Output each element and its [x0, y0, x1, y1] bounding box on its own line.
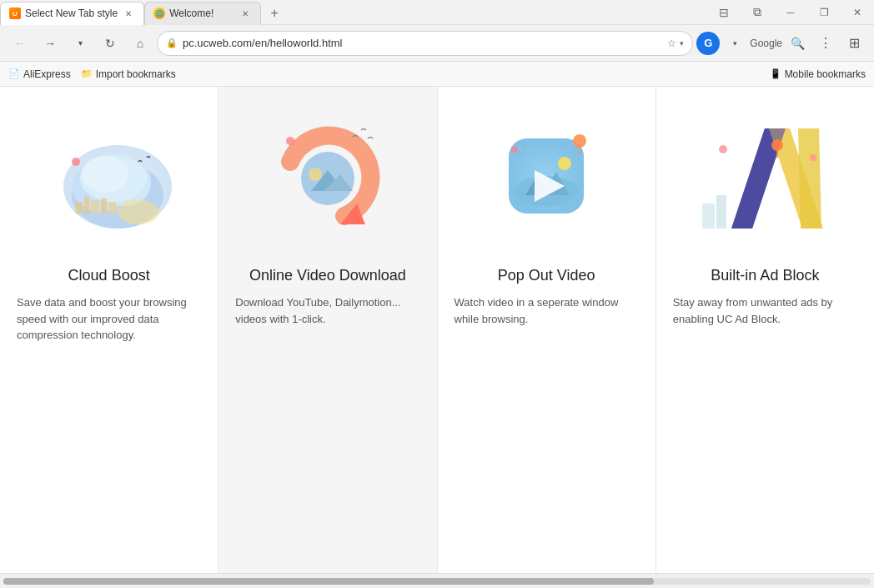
toolbar-right: G ▾ Google 🔍 ⋮ ⊞ [696, 30, 867, 57]
search-engine-selector[interactable]: Google [750, 38, 782, 49]
tab-strip: U Select New Tab style ✕ 🌐 Welcome! ✕ + [0, 0, 286, 25]
bookmarks-bar: 📄 AliExpress 📁 Import bookmarks 📱 Mobile… [0, 62, 874, 87]
pop-out-video-illustration [480, 112, 613, 245]
home-button[interactable]: ⌂ [127, 30, 153, 57]
scrollbar-track[interactable] [3, 578, 871, 585]
extensions-button[interactable]: ⧉ [741, 0, 774, 25]
bookmark-aliexpress[interactable]: 📄 AliExpress [8, 68, 71, 80]
bookmark-import[interactable]: 📁 Import bookmarks [81, 68, 176, 80]
svg-marker-31 [798, 128, 821, 229]
svg-rect-37 [702, 204, 715, 229]
sidebar-toggle-button[interactable]: ⊟ [707, 0, 741, 25]
svg-point-18 [286, 137, 294, 145]
address-text: pc.ucweb.com/en/helloworld.html [183, 37, 662, 49]
star-button[interactable]: ☆ [667, 38, 676, 49]
restore-button[interactable]: ❐ [807, 0, 841, 25]
import-icon: 📁 [81, 68, 93, 79]
profile-button[interactable]: G [696, 32, 720, 55]
main-content: Cloud Boost Save data and boost your bro… [0, 87, 874, 573]
cloud-boost-icon-area [34, 103, 184, 254]
svg-point-36 [810, 154, 816, 161]
more-button[interactable]: ⋮ [812, 30, 839, 57]
svg-point-17 [309, 168, 322, 181]
profile-letter: G [704, 37, 712, 49]
forward-button[interactable]: → [37, 30, 63, 57]
svg-point-33 [771, 139, 783, 151]
svg-point-5 [82, 156, 128, 193]
pop-out-video-icon-area [471, 103, 621, 254]
search-engine-label: Google [750, 38, 782, 49]
address-icons: ☆ ▾ [667, 38, 684, 49]
feature-ad-block: Built-in Ad Block Stay away from unwante… [656, 87, 874, 573]
address-bar[interactable]: 🔒 pc.ucweb.com/en/helloworld.html ☆ ▾ [157, 31, 693, 56]
svg-rect-38 [716, 195, 726, 229]
uc-icon: U [9, 8, 21, 19]
svg-point-26 [573, 134, 586, 148]
svg-rect-8 [91, 200, 99, 214]
mobile-bookmarks-label: Mobile bookmarks [785, 68, 866, 80]
feature-cloud-boost: Cloud Boost Save data and boost your bro… [0, 87, 218, 573]
svg-point-28 [511, 146, 518, 153]
mobile-bookmarks-icon: 📱 [770, 68, 781, 79]
tab-favicon-welcome: 🌐 [153, 8, 165, 19]
lock-icon: 🔒 [166, 38, 178, 48]
tab-select-new-tab[interactable]: U Select New Tab style ✕ [0, 2, 144, 25]
svg-rect-6 [76, 202, 83, 214]
profile-dropdown-button[interactable]: ▾ [721, 30, 748, 57]
history-dropdown-button[interactable]: ▾ [67, 30, 93, 57]
refresh-button[interactable]: ↻ [97, 30, 123, 57]
extensions-panel-button[interactable]: ⊞ [841, 30, 867, 57]
pop-out-video-desc: Watch video in a seperate window while b… [455, 294, 639, 327]
tab-welcome[interactable]: 🌐 Welcome! ✕ [144, 2, 261, 25]
aliexpress-icon: 📄 [8, 68, 20, 79]
minimize-button[interactable]: ─ [774, 0, 807, 25]
video-download-illustration [261, 112, 394, 245]
tab-label-new-tab: Select New Tab style [25, 8, 118, 19]
ad-block-illustration [698, 112, 831, 245]
titlebar: U Select New Tab style ✕ 🌐 Welcome! ✕ + … [0, 0, 874, 25]
svg-point-12 [118, 199, 159, 224]
cloud-boost-illustration [43, 112, 176, 245]
pop-out-video-title: Pop Out Video [498, 267, 595, 284]
video-download-desc: Download YouTube, Dailymotion... videos … [235, 294, 419, 327]
cloud-boost-desc: Save data and boost your browsing speed … [17, 294, 201, 344]
tab-label-welcome: Welcome! [169, 8, 234, 19]
cloud-boost-title: Cloud Boost [68, 267, 150, 284]
import-label: Import bookmarks [96, 68, 176, 80]
svg-rect-7 [84, 197, 89, 214]
ad-block-icon-area [690, 103, 840, 254]
feature-video-download: Online Video Download Download YouTube, … [218, 87, 437, 573]
globe-icon: 🌐 [153, 8, 165, 19]
video-download-icon-area [253, 103, 403, 254]
toolbar: ← → ▾ ↻ ⌂ 🔒 pc.ucweb.com/en/helloworld.h… [0, 25, 874, 62]
aliexpress-label: AliExpress [23, 68, 71, 80]
window-controls: ⊟ ⧉ ─ ❐ ✕ [707, 0, 874, 25]
svg-point-35 [719, 145, 727, 153]
ad-block-desc: Stay away from unwanted ads by enabling … [673, 294, 857, 327]
new-tab-button[interactable]: + [263, 2, 286, 25]
video-download-title: Online Video Download [249, 267, 406, 284]
close-button[interactable]: ✕ [841, 0, 874, 25]
star-dropdown-button[interactable]: ▾ [680, 39, 684, 48]
svg-point-11 [72, 158, 80, 166]
svg-point-24 [558, 157, 571, 170]
scrollbar-thumb[interactable] [3, 578, 654, 585]
mobile-bookmarks[interactable]: 📱 Mobile bookmarks [770, 68, 866, 80]
back-button[interactable]: ← [7, 30, 33, 57]
tab-close-new-tab[interactable]: ✕ [122, 7, 135, 20]
search-button[interactable]: 🔍 [784, 30, 811, 57]
feature-pop-out-video: Pop Out Video Watch video in a seperate … [438, 87, 656, 573]
tab-favicon-uc: U [9, 8, 21, 19]
ad-block-title: Built-in Ad Block [711, 267, 819, 284]
svg-rect-9 [101, 199, 107, 214]
svg-rect-10 [108, 202, 116, 214]
tab-close-welcome[interactable]: ✕ [239, 7, 252, 20]
scrollbar-area [0, 573, 874, 588]
